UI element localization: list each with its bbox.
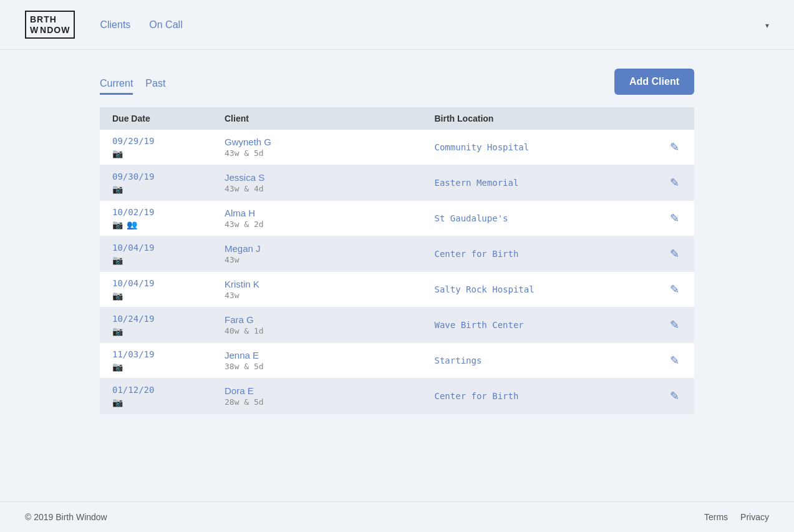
edit-button[interactable]: ✎ [667,387,682,405]
client-name[interactable]: Jenna E [225,350,435,360]
client-weeks: 43w [225,291,435,300]
col-birth-location: Birth Location [435,114,645,123]
edit-button[interactable]: ✎ [667,209,682,228]
nav-oncall[interactable]: On Call [149,19,182,31]
client-name[interactable]: Fara G [225,314,435,325]
due-date: 10/04/19 [112,278,225,288]
person-icon: 👥 [127,220,137,230]
camera-icon: 📷 [112,326,123,336]
date-cell: 10/02/19 📷👥 [112,207,225,230]
edit-cell: ✎ [644,138,682,157]
edit-cell: ✎ [644,387,682,405]
client-weeks: 38w & 5d [225,362,435,371]
birth-location: Startings [435,355,645,365]
camera-icon: 📷 [112,397,123,407]
edit-button[interactable]: ✎ [667,244,682,263]
icons-row: 📷 [112,326,225,336]
table-row: 10/04/19 📷 Megan J 43w Center for Birth … [100,236,694,272]
client-name[interactable]: Dora E [225,385,435,396]
client-weeks: 43w [225,255,435,264]
table-row: 10/04/19 📷 Kristin K 43w Salty Rock Hosp… [100,272,694,307]
client-weeks: 40w & 1d [225,326,435,336]
edit-cell: ✎ [644,316,682,334]
camera-icon: 📷 [112,255,123,265]
table-row: 01/12/20 📷 Dora E 28w & 5d Center for Bi… [100,379,694,414]
birth-location: Wave Birth Center [435,320,645,330]
table-row: 09/29/19 📷 Gwyneth G 43w & 5d Community … [100,130,694,165]
date-cell: 11/03/19 📷 [112,349,225,372]
birth-location: Center for Birth [435,249,645,259]
chevron-down-icon: ▾ [765,21,769,30]
edit-cell: ✎ [644,244,682,263]
birth-location: Center for Birth [435,391,645,401]
edit-button[interactable]: ✎ [667,280,682,299]
camera-icon: 📷 [112,362,123,372]
add-client-button[interactable]: Add Client [614,69,694,95]
icons-row: 📷👥 [112,220,225,230]
table-body: 09/29/19 📷 Gwyneth G 43w & 5d Community … [100,130,694,414]
icons-row: 📷 [112,397,225,407]
client-cell: Megan J 43w [225,243,435,264]
nav-clients[interactable]: Clients [100,19,130,31]
edit-button[interactable]: ✎ [667,351,682,370]
terms-link[interactable]: Terms [704,512,728,522]
edit-button[interactable]: ✎ [667,173,682,192]
client-cell: Kristin K 43w [225,279,435,300]
client-name[interactable]: Jessica S [225,172,435,183]
privacy-link[interactable]: Privacy [740,512,769,522]
col-client: Client [225,114,435,123]
date-cell: 10/24/19 📷 [112,314,225,336]
client-cell: Gwyneth G 43w & 5d [225,137,435,158]
client-name[interactable]: Kristin K [225,279,435,289]
edit-cell: ✎ [644,209,682,228]
header: BRTH W NDOW Clients On Call ▾ [0,0,794,50]
icons-row: 📷 [112,291,225,301]
nav: Clients On Call [100,19,182,31]
client-weeks: 28w & 5d [225,397,435,407]
edit-cell: ✎ [644,351,682,370]
camera-icon: 📷 [112,184,123,194]
client-name[interactable]: Megan J [225,243,435,254]
client-weeks: 43w & 4d [225,184,435,193]
footer: © 2019 Birth Window Terms Privacy [0,501,794,532]
table-row: 11/03/19 📷 Jenna E 38w & 5d Startings ✎ [100,343,694,379]
main-content: Current Past Add Client Due Date Client … [0,50,794,501]
due-date: 10/04/19 [112,243,225,253]
date-cell: 10/04/19 📷 [112,243,225,265]
edit-cell: ✎ [644,173,682,192]
client-cell: Fara G 40w & 1d [225,314,435,336]
tab-current[interactable]: Current [100,78,133,95]
date-cell: 09/29/19 📷 [112,136,225,158]
header-right: ▾ [765,19,769,31]
client-weeks: 43w & 2d [225,220,435,229]
due-date: 09/30/19 [112,172,225,181]
camera-icon: 📷 [112,148,123,158]
camera-icon: 📷 [112,220,123,230]
client-cell: Jenna E 38w & 5d [225,350,435,371]
icons-row: 📷 [112,255,225,265]
logo[interactable]: BRTH W NDOW [25,11,75,39]
client-name[interactable]: Gwyneth G [225,137,435,147]
edit-button[interactable]: ✎ [667,316,682,334]
client-weeks: 43w & 5d [225,148,435,158]
table-row: 10/24/19 📷 Fara G 40w & 1d Wave Birth Ce… [100,307,694,343]
col-actions [644,114,682,123]
birth-location: St Gaudalupe's [435,213,645,223]
birth-location: Community Hospital [435,142,645,152]
due-date: 01/12/20 [112,385,225,395]
table-row: 09/30/19 📷 Jessica S 43w & 4d Eastern Me… [100,165,694,201]
icons-row: 📷 [112,362,225,372]
col-due-date: Due Date [112,114,225,123]
table-header: Due Date Client Birth Location [100,107,694,130]
edit-cell: ✎ [644,280,682,299]
due-date: 09/29/19 [112,136,225,146]
client-cell: Jessica S 43w & 4d [225,172,435,193]
tab-past[interactable]: Past [145,78,165,95]
camera-icon: 📷 [112,291,123,301]
edit-button[interactable]: ✎ [667,138,682,157]
due-date: 10/24/19 [112,314,225,324]
birth-location: Eastern Memorial [435,178,645,188]
client-name[interactable]: Alma H [225,208,435,218]
icons-row: 📷 [112,148,225,158]
tabs-bar: Current Past Add Client [100,69,694,95]
